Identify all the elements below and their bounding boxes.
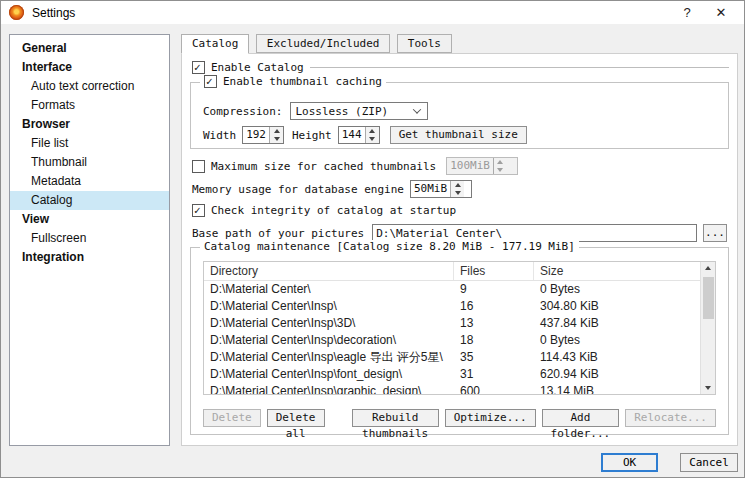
- memory-usage-row: Memory usage for database engine 50MiB: [192, 180, 472, 198]
- scroll-up-icon[interactable]: [705, 266, 711, 270]
- sidebar-item-interface[interactable]: Interface: [10, 58, 169, 77]
- add-folder-button[interactable]: Add folder...: [542, 409, 620, 427]
- width-stepper[interactable]: 192: [242, 126, 284, 144]
- compression-value: Lossless (ZIP): [295, 105, 388, 118]
- cell-size: 304.80 KiB: [534, 298, 715, 315]
- tab-catalog[interactable]: Catalog: [181, 34, 249, 54]
- table-row[interactable]: D:\Material Center\Insp\decoration\ 18 0…: [204, 332, 715, 349]
- tab-tools[interactable]: Tools: [397, 34, 452, 53]
- ok-button[interactable]: OK: [601, 453, 658, 472]
- cell-size: 0 Bytes: [534, 332, 715, 349]
- settings-dialog: Settings ? ✕ General Interface Auto text…: [0, 0, 745, 478]
- sidebar-item-integration[interactable]: Integration: [10, 248, 169, 267]
- get-thumbnail-size-button[interactable]: Get thumbnail size: [390, 126, 527, 144]
- table-header: Directory Files Size: [204, 262, 715, 281]
- optimize-button[interactable]: Optimize...: [445, 409, 536, 427]
- cell-directory: D:\Material Center\: [204, 281, 454, 298]
- column-header-directory[interactable]: Directory: [204, 262, 454, 280]
- column-header-files[interactable]: Files: [454, 262, 534, 280]
- cell-files: 600: [454, 383, 534, 395]
- height-value: 144: [339, 127, 365, 143]
- cell-size: 114.43 KiB: [534, 349, 715, 366]
- cell-directory: D:\Material Center\Insp\: [204, 298, 454, 315]
- cell-directory: D:\Material Center\Insp\graphic_design\: [204, 383, 454, 395]
- help-button[interactable]: ?: [670, 1, 704, 24]
- table-row[interactable]: D:\Material Center\Insp\graphic_design\ …: [204, 383, 715, 395]
- close-button[interactable]: ✕: [704, 1, 738, 24]
- thumbnail-caching-header: Enable thumbnail caching: [200, 75, 386, 88]
- memory-usage-label: Memory usage for database engine: [192, 183, 404, 196]
- width-value: 192: [243, 127, 269, 143]
- cell-files: 13: [454, 315, 534, 332]
- height-label: Height: [292, 129, 332, 142]
- title-bar: Settings ? ✕: [1, 1, 744, 24]
- cell-size: 0 Bytes: [534, 281, 715, 298]
- spin-down-icon: [497, 168, 503, 172]
- rebuild-thumbnails-button[interactable]: Rebuild thumbnails: [352, 409, 439, 427]
- sidebar-item-general[interactable]: General: [10, 39, 169, 58]
- table-row[interactable]: D:\Material Center\Insp\ 16 304.80 KiB: [204, 298, 715, 315]
- settings-sidebar: General Interface Auto text correction F…: [9, 34, 170, 446]
- chevron-down-icon: [413, 105, 421, 113]
- scrollbar-thumb[interactable]: [703, 277, 714, 319]
- delete-button: Delete: [203, 409, 261, 427]
- check-integrity-checkbox[interactable]: [192, 204, 205, 217]
- memory-spin-buttons[interactable]: [450, 181, 464, 197]
- spin-down-icon: [274, 137, 280, 141]
- vertical-scrollbar[interactable]: [700, 262, 715, 394]
- width-spin-buttons[interactable]: [269, 127, 283, 143]
- spin-up-icon: [455, 183, 461, 187]
- max-cached-stepper: 100MiB: [446, 157, 518, 175]
- thumbnail-size-row: Width 192 Height 144 Get thumbnail size: [203, 126, 527, 144]
- relocate-button: Relocate...: [625, 409, 716, 427]
- width-label: Width: [203, 129, 236, 142]
- cell-size: 620.94 KiB: [534, 366, 715, 383]
- height-spin-buttons[interactable]: [365, 127, 379, 143]
- sidebar-item-fullscreen[interactable]: Fullscreen: [10, 229, 169, 248]
- scroll-down-icon[interactable]: [705, 386, 711, 390]
- compression-label: Compression:: [203, 105, 282, 118]
- tab-excluded-included[interactable]: Excluded/Included: [256, 34, 391, 53]
- sidebar-item-view[interactable]: View: [10, 210, 169, 229]
- max-cached-checkbox[interactable]: [192, 160, 205, 173]
- sidebar-item-metadata[interactable]: Metadata: [10, 172, 169, 191]
- cell-size: 437.84 KiB: [534, 315, 715, 332]
- sidebar-item-formats[interactable]: Formats: [10, 96, 169, 115]
- sidebar-item-catalog[interactable]: Catalog: [10, 191, 169, 210]
- sidebar-item-file-list[interactable]: File list: [10, 134, 169, 153]
- height-stepper[interactable]: 144: [338, 126, 380, 144]
- column-header-size[interactable]: Size: [534, 262, 715, 280]
- cell-directory: D:\Material Center\Insp\font_design\: [204, 366, 454, 383]
- memory-usage-stepper[interactable]: 50MiB: [410, 180, 472, 198]
- sidebar-item-auto-text-correction[interactable]: Auto text correction: [10, 77, 169, 96]
- table-row[interactable]: D:\Material Center\Insp\font_design\ 31 …: [204, 366, 715, 383]
- cell-files: 35: [454, 349, 534, 366]
- browse-button[interactable]: ...: [703, 224, 727, 242]
- table-row[interactable]: D:\Material Center\Insp\3D\ 13 437.84 Ki…: [204, 315, 715, 332]
- spin-up-icon: [274, 129, 280, 133]
- spin-up-icon: [497, 160, 503, 164]
- cancel-button[interactable]: Cancel: [680, 453, 738, 472]
- memory-usage-value: 50MiB: [411, 181, 450, 197]
- app-icon: [9, 5, 24, 20]
- compression-select[interactable]: Lossless (ZIP): [290, 102, 428, 120]
- spin-down-icon: [455, 191, 461, 195]
- max-cached-row: Maximum size for cached thumbnails 100Mi…: [192, 157, 518, 175]
- thumbnail-caching-label: Enable thumbnail caching: [223, 75, 382, 88]
- table-row[interactable]: D:\Material Center\Insp\eagle 导出 评分5星\ 3…: [204, 349, 715, 366]
- sidebar-item-thumbnail[interactable]: Thumbnail: [10, 153, 169, 172]
- spin-up-icon: [369, 129, 375, 133]
- max-cached-spin-buttons: [493, 158, 507, 174]
- sidebar-item-browser[interactable]: Browser: [10, 115, 169, 134]
- base-path-label: Base path of your pictures: [192, 227, 364, 240]
- table-row[interactable]: D:\Material Center\ 9 0 Bytes: [204, 281, 715, 298]
- enable-catalog-checkbox[interactable]: [192, 61, 205, 74]
- catalog-directory-table: Directory Files Size D:\Material Center\…: [203, 261, 716, 395]
- thumbnail-caching-checkbox[interactable]: [204, 75, 217, 88]
- delete-all-button[interactable]: Delete all: [267, 409, 325, 427]
- cell-size: 13.14 MiB: [534, 383, 715, 395]
- cell-files: 16: [454, 298, 534, 315]
- thumbnail-caching-group: Enable thumbnail caching Compression: Lo…: [190, 82, 729, 149]
- catalog-tab-panel: Enable Catalog Enable thumbnail caching …: [181, 53, 738, 446]
- catalog-maintenance-title: Catalog maintenance [Catalog size 8.20 M…: [200, 240, 579, 253]
